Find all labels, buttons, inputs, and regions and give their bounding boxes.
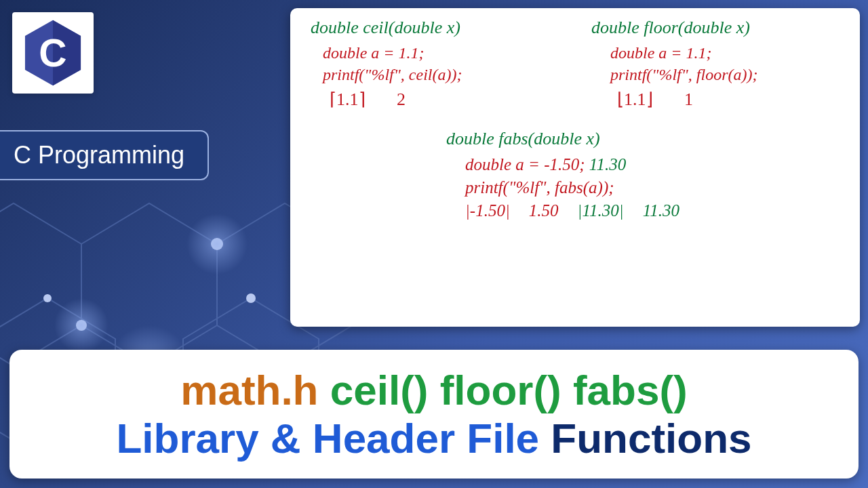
title-library: Library & Header File: [116, 415, 539, 462]
c-hexagon-icon: C: [22, 19, 83, 87]
fabs-res1-expr: |-1.50|: [465, 201, 510, 220]
title-card: math.h ceil() floor() fabs() Library & H…: [9, 350, 859, 479]
fabs-alt-value: 11.30: [589, 155, 626, 174]
c-programming-label: C Programming: [0, 130, 209, 180]
svg-point-12: [43, 294, 52, 302]
floor-code-line1: double a = 1.1;: [610, 42, 845, 64]
floor-result-val: 1: [684, 89, 693, 109]
floor-signature: double floor(double x): [591, 18, 845, 38]
ceil-code-line1: double a = 1.1;: [323, 42, 557, 64]
svg-point-8: [186, 214, 248, 274]
whiteboard: double ceil(double x) double a = 1.1; pr…: [290, 8, 860, 327]
svg-point-10: [54, 298, 108, 352]
svg-point-11: [246, 293, 256, 303]
title-functions: Functions: [551, 415, 751, 462]
fabs-signature: double fabs(double x): [446, 129, 845, 149]
ceil-block: double ceil(double x) double a = 1.1; pr…: [311, 18, 557, 110]
fabs-res1-val: 1.50: [529, 201, 559, 220]
ceil-result-expr: ⌈1.1⌉: [330, 89, 366, 109]
ceil-code-line2: printf("%lf", ceil(a));: [323, 64, 557, 85]
label-text: C Programming: [14, 141, 184, 169]
svg-text:C: C: [39, 31, 66, 75]
fabs-code-line1a: double a = -1.50;: [465, 155, 585, 174]
floor-code-line2: printf("%lf", floor(a));: [610, 64, 845, 85]
c-language-logo: C: [12, 12, 94, 94]
ceil-result-val: 2: [397, 89, 406, 109]
fabs-code-line2: printf("%lf", fabs(a));: [465, 176, 845, 199]
floor-result-expr: ⌊1.1⌋: [617, 89, 653, 109]
ceil-signature: double ceil(double x): [311, 18, 557, 38]
fabs-res2-expr: |11.30|: [578, 201, 624, 220]
title-math: math.h: [180, 367, 318, 413]
fabs-block: double fabs(double x) double a = -1.50; …: [311, 129, 845, 221]
title-funcs: ceil() floor() fabs(): [330, 367, 688, 413]
fabs-res2-val: 11.30: [643, 201, 679, 220]
floor-block: double floor(double x) double a = 1.1; p…: [598, 18, 845, 110]
